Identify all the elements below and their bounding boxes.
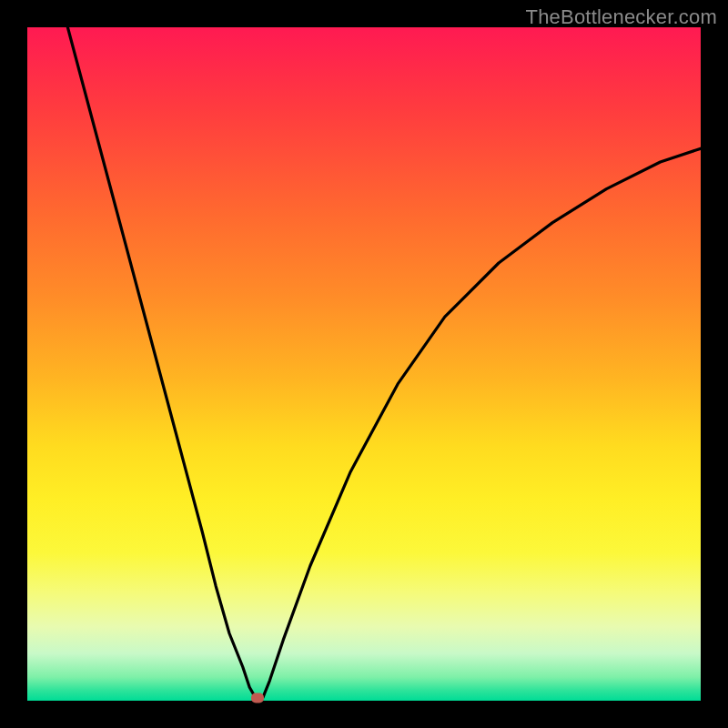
- chart-frame: TheBottlenecker.com: [0, 0, 728, 728]
- optimal-point-marker: [251, 693, 264, 703]
- watermark-text: TheBottlenecker.com: [526, 5, 717, 29]
- plot-background-gradient: [27, 27, 701, 701]
